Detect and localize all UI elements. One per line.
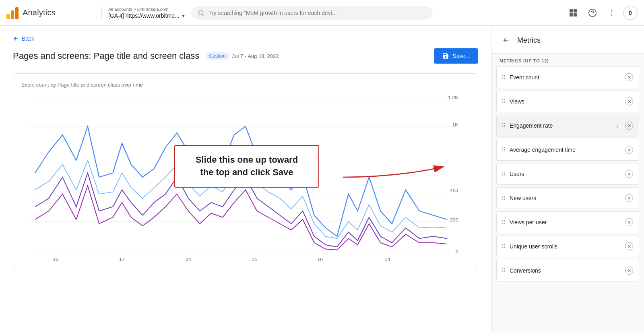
page-header: Pages and screens: Page title and screen…	[13, 48, 478, 64]
metric-remove-button[interactable]: ✕	[624, 242, 634, 251]
svg-text:400: 400	[450, 188, 458, 193]
svg-text:1K: 1K	[452, 122, 458, 127]
save-icon	[442, 52, 449, 60]
date-text: Jul 7 - Aug 18, 2022	[232, 53, 279, 59]
back-icon	[502, 37, 510, 44]
svg-text:07: 07	[318, 256, 324, 262]
remove-icon: ✕	[625, 97, 633, 105]
app-title: Analytics	[23, 8, 56, 17]
drag-icon: ⠿	[502, 243, 506, 250]
metric-remove-button[interactable]: ✕	[624, 169, 634, 179]
remove-icon: ✕	[625, 242, 633, 250]
search-icon	[198, 9, 204, 17]
metric-name: Event count	[510, 74, 620, 81]
svg-text:200: 200	[450, 217, 458, 223]
main-layout: Back Pages and screens: Page title and s…	[0, 26, 644, 333]
user-avatar[interactable]: 0	[623, 6, 638, 20]
metric-remove-button[interactable]: ✕	[624, 193, 634, 203]
chart-container: Event count by Page title and screen cla…	[13, 73, 478, 270]
metric-name: Engagement rate	[510, 122, 612, 129]
date-range: Custom Jul 7 - Aug 18, 2022	[206, 52, 279, 60]
logo-section: Analytics	[6, 6, 95, 19]
logo-bar-3	[15, 7, 19, 19]
metric-name: Conversions	[510, 267, 620, 274]
metric-item[interactable]: ⠿ Users ✕	[496, 163, 639, 185]
search-input[interactable]	[208, 10, 426, 16]
svg-text:24: 24	[186, 256, 191, 262]
svg-text:10: 10	[53, 256, 58, 262]
app-header: Analytics All accounts > OrbitMedia.com …	[0, 0, 644, 26]
metric-item-new-users[interactable]: ⠿ New users ✕	[496, 187, 639, 209]
metric-name: Views	[510, 98, 620, 105]
left-content: Back Pages and screens: Page title and s…	[0, 26, 491, 333]
date-badge: Custom	[206, 52, 229, 60]
svg-point-5	[611, 14, 613, 16]
metric-remove-button[interactable]: ✕	[624, 217, 634, 227]
metric-remove-button[interactable]: ✕	[624, 145, 634, 155]
metrics-panel: Metrics METRICS (UP TO 12) ⠿ Event count…	[491, 26, 644, 333]
svg-text:14: 14	[384, 256, 390, 262]
metric-item-conversions[interactable]: ⠿ Conversions ✕	[496, 260, 639, 281]
remove-icon: ✕	[625, 122, 633, 130]
grid-icon	[570, 9, 577, 17]
metric-item-engagement-rate[interactable]: ⠿ Engagement rate ↓ ✕	[496, 115, 639, 137]
more-options-button[interactable]	[604, 5, 620, 21]
panel-header: Metrics	[491, 26, 644, 54]
search-bar[interactable]	[191, 6, 433, 20]
chart-title: Event count by Page title and screen cla…	[21, 82, 470, 88]
drag-icon: ⠿	[502, 267, 506, 274]
drag-icon: ⠿	[502, 147, 506, 153]
panel-back-button[interactable]	[500, 34, 512, 47]
help-button[interactable]	[584, 5, 601, 21]
metric-item[interactable]: ⠿ Unique user scrolls ✕	[496, 236, 639, 257]
metric-remove-button[interactable]: ✕	[624, 121, 634, 130]
svg-text:1.2K: 1.2K	[448, 95, 458, 100]
more-vert-icon	[608, 9, 616, 17]
callout-text: Slide this one up towardthe top and clic…	[196, 155, 298, 177]
account-selector[interactable]: All accounts > OrbitMedia.com [GA 4] htt…	[101, 6, 185, 19]
metric-item[interactable]: ⠿ Event count ✕	[496, 66, 639, 88]
drag-icon: ⠿	[502, 98, 506, 105]
drag-icon: ⠿	[502, 122, 506, 129]
metric-name: Views per user	[510, 219, 620, 225]
chevron-down-icon	[182, 12, 185, 19]
remove-icon: ✕	[625, 170, 633, 178]
drag-icon: ⠿	[502, 219, 506, 225]
save-button[interactable]: Save...	[434, 48, 478, 64]
header-actions: 0	[565, 5, 638, 21]
drag-icon: ⠿	[502, 195, 506, 201]
remove-icon: ✕	[625, 146, 633, 154]
metric-item[interactable]: ⠿ Average engagement time ✕	[496, 139, 639, 161]
metric-item[interactable]: ⠿ Views ✕	[496, 91, 639, 112]
metric-remove-button[interactable]: ✕	[624, 266, 634, 275]
metric-item-views-per-user[interactable]: ⠿ Views per user ✕	[496, 211, 639, 233]
drag-icon: ⠿	[502, 171, 506, 177]
metrics-list: ⠿ Event count ✕ ⠿ Views ✕ ⠿ Engagement r…	[491, 66, 644, 333]
account-name: [GA 4] https://www.orbitme...	[108, 12, 185, 19]
metric-name: Average engagement time	[510, 147, 620, 153]
svg-text:17: 17	[119, 256, 125, 262]
metric-name: Unique user scrolls	[510, 243, 620, 250]
metric-remove-button[interactable]: ✕	[624, 72, 634, 82]
page-title: Pages and screens: Page title and screen…	[13, 51, 200, 61]
drag-icon: ⠿	[502, 74, 506, 81]
save-label: Save...	[452, 53, 470, 59]
svg-text:31: 31	[252, 256, 258, 262]
remove-icon: ✕	[625, 73, 633, 81]
svg-point-0	[198, 10, 203, 14]
metric-name: New users	[510, 195, 620, 201]
svg-text:0: 0	[456, 249, 458, 254]
metric-remove-button[interactable]: ✕	[624, 97, 634, 106]
metric-name: Users	[510, 171, 620, 177]
account-breadcrumb: All accounts > OrbitMedia.com	[108, 6, 185, 12]
logo-bar-2	[11, 10, 14, 19]
svg-point-4	[611, 12, 613, 13]
metrics-label: METRICS (UP TO 12)	[491, 54, 644, 66]
back-link[interactable]: Back	[13, 35, 478, 42]
sort-down-icon: ↓	[616, 122, 619, 129]
help-icon	[588, 8, 597, 17]
grid-apps-button[interactable]	[565, 5, 581, 21]
chart-wrapper: 1.2K 1K 400 200 0 10 Jul 17 24	[21, 93, 470, 262]
logo-bar-1	[6, 14, 10, 19]
callout-box: Slide this one up towardthe top and clic…	[174, 145, 319, 188]
